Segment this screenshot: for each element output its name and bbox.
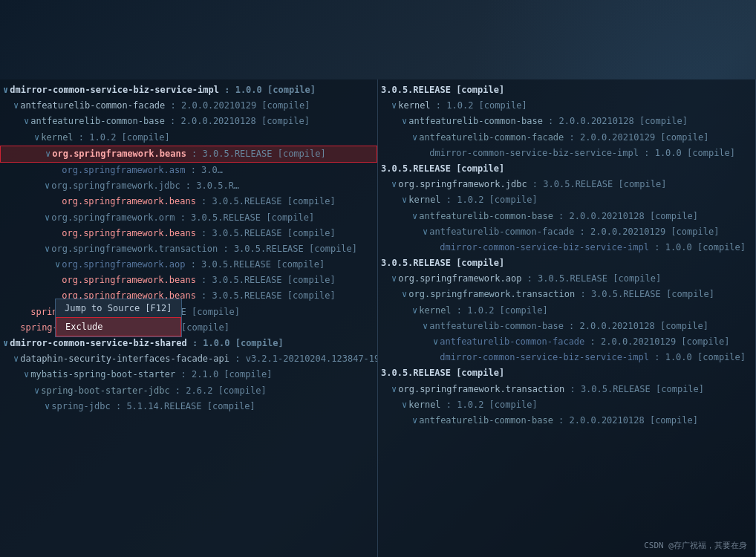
context-menu: Jump to Source [F12] Exclude <box>55 299 182 337</box>
tree-item[interactable]: ∨antfeaturelib-common-base : 2.0.0.20210… <box>378 319 755 334</box>
tree-item[interactable]: ∨dmirror-common-service-biz-service-impl… <box>0 82 377 98</box>
tree-item[interactable]: dmirror-common-service-biz-service-impl … <box>378 240 755 255</box>
tree-item[interactable]: 3.0.5.RELEASE [compile] <box>378 365 755 381</box>
tree-item[interactable]: ∨kernel : 1.0.2 [compile] <box>378 303 755 319</box>
tree-item[interactable]: ∨spring-boot-starter-jdbc : 2.6.2 [compi… <box>0 383 377 399</box>
tree-item[interactable]: ∨antfeaturelib-common-facade : 2.0.0.202… <box>0 98 377 114</box>
tree-item[interactable]: ∨kernel : 1.0.2 [compile] <box>378 397 755 413</box>
tree-item[interactable]: org.springframework.beans : 3.0.5.RELEAS… <box>0 194 377 209</box>
tree-item[interactable]: org.springframework.asm : 3.0… <box>0 163 377 178</box>
tree-item[interactable]: ∨antfeaturelib-common-base : 2.0.0.20210… <box>0 114 377 129</box>
tree-item[interactable]: ∨antfeaturelib-common-base : 2.0.0.20210… <box>378 209 755 224</box>
tree-item[interactable]: ∨antfeaturelib-common-base : 2.0.0.20210… <box>378 114 755 129</box>
jump-to-source-menu-item[interactable]: Jump to Source [F12] <box>56 299 181 317</box>
tree-item[interactable]: ∨dmirror-common-service-biz-shared : 1.0… <box>0 336 377 351</box>
watermark: CSDN @存广祝福，其要在身 <box>644 540 747 551</box>
tree-item[interactable]: 3.0.5.RELEASE [compile] <box>378 255 755 271</box>
tree-item[interactable]: dmirror-common-service-biz-service-impl … <box>378 146 755 161</box>
tree-item[interactable]: ∨org.springframework.jdbc : 3.0.5.RELEAS… <box>378 177 755 192</box>
tree-item[interactable]: ∨antfeaturelib-common-facade : 2.0.0.202… <box>378 224 755 240</box>
tree-item[interactable]: ∨antfeaturelib-common-facade : 2.0.0.202… <box>378 130 755 146</box>
tree-item[interactable]: ∨org.springframework.aop : 3.0.5.RELEASE… <box>0 257 377 273</box>
tree-item[interactable]: org.springframework.beans : 3.0.5.RELEAS… <box>0 273 377 288</box>
tree-item[interactable]: ∨org.springframework.orm : 3.0.5.RELEASE… <box>0 210 377 226</box>
tree-item[interactable]: ∨mybatis-spring-boot-starter : 2.1.0 [co… <box>0 367 377 382</box>
tree-item[interactable]: ∨org.springframework.beans : 3.0.5.RELEA… <box>0 146 377 163</box>
tree-item[interactable]: ∨kernel : 1.0.2 [compile] <box>378 98 755 114</box>
tree-item[interactable]: ∨org.springframework.transaction : 3.0.5… <box>378 287 755 302</box>
tree-item[interactable]: ∨kernel : 1.0.2 [compile] <box>378 192 755 208</box>
tree-item[interactable]: org.springframework.beans : 3.0.5.RELEAS… <box>0 226 377 241</box>
right-tree-panel[interactable]: 3.0.5.RELEASE [compile]∨kernel : 1.0.2 [… <box>378 79 756 557</box>
tree-item[interactable]: ∨org.springframework.jdbc : 3.0.5.R… <box>0 178 377 194</box>
tree-item[interactable]: 3.0.5.RELEASE [compile] <box>378 161 755 177</box>
tree-item[interactable]: ∨org.springframework.transaction : 3.0.5… <box>0 241 377 257</box>
tree-item[interactable]: dmirror-common-service-biz-service-impl … <box>378 350 755 365</box>
tree-item[interactable]: ∨org.springframework.aop : 3.0.5.RELEASE… <box>378 271 755 287</box>
tree-item[interactable]: ∨antfeaturelib-common-base : 2.0.0.20210… <box>378 413 755 429</box>
tree-item[interactable]: 3.0.5.RELEASE [compile] <box>378 82 755 98</box>
tree-item[interactable]: ∨kernel : 1.0.2 [compile] <box>0 130 377 146</box>
tree-item[interactable]: ∨antfeaturelib-common-facade : 2.0.0.202… <box>378 334 755 350</box>
content-area: ∨dmirror-common-service-biz-service-impl… <box>0 79 756 557</box>
exclude-menu-item[interactable]: Exclude <box>56 317 181 336</box>
tree-item[interactable]: ∨org.springframework.transaction : 3.0.5… <box>378 382 755 397</box>
tree-item[interactable]: ∨spring-jdbc : 5.1.14.RELEASE [compile] <box>0 399 377 414</box>
tree-item[interactable]: ∨dataphin-security-interfaces-facade-api… <box>0 351 377 367</box>
